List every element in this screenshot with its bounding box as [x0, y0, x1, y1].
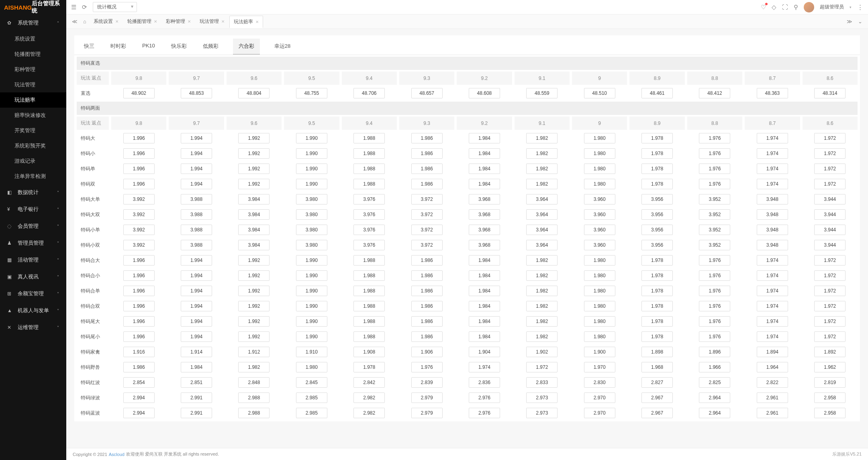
- odds-input[interactable]: [584, 148, 615, 159]
- odds-input[interactable]: [181, 133, 212, 143]
- odds-input[interactable]: [238, 377, 270, 388]
- sidebar-group[interactable]: ▣真人视讯˅: [0, 268, 66, 285]
- odds-input[interactable]: [411, 286, 443, 296]
- odds-input[interactable]: [469, 179, 500, 189]
- sidebar-item[interactable]: 开奖管理: [0, 123, 66, 138]
- odds-input[interactable]: [123, 209, 155, 220]
- odds-input[interactable]: [584, 88, 615, 98]
- odds-input[interactable]: [814, 393, 846, 403]
- home-icon[interactable]: ⌂: [81, 18, 89, 25]
- odds-input[interactable]: [814, 133, 846, 143]
- odds-input[interactable]: [757, 164, 788, 174]
- close-icon[interactable]: ✕: [188, 19, 191, 24]
- odds-input[interactable]: [526, 240, 558, 250]
- odds-input[interactable]: [238, 133, 270, 143]
- odds-input[interactable]: [526, 316, 558, 327]
- odds-input[interactable]: [814, 362, 846, 372]
- odds-input[interactable]: [411, 408, 443, 418]
- sidebar-item[interactable]: 玩法管理: [0, 77, 66, 92]
- odds-input[interactable]: [641, 347, 673, 357]
- footer-link[interactable]: Ascloud: [109, 452, 125, 457]
- odds-input[interactable]: [123, 393, 155, 403]
- odds-input[interactable]: [296, 225, 327, 235]
- odds-input[interactable]: [469, 225, 500, 235]
- odds-input[interactable]: [526, 331, 558, 342]
- sidebar-group[interactable]: ◌会员管理˅: [0, 218, 66, 235]
- odds-input[interactable]: [757, 225, 788, 235]
- odds-input[interactable]: [699, 194, 730, 204]
- inner-tab[interactable]: 快三: [82, 39, 96, 55]
- odds-input[interactable]: [641, 362, 673, 372]
- odds-input[interactable]: [238, 148, 270, 159]
- tag-icon[interactable]: ◇: [772, 4, 776, 11]
- odds-input[interactable]: [584, 301, 615, 311]
- odds-input[interactable]: [641, 408, 673, 418]
- odds-input[interactable]: [469, 240, 500, 250]
- sidebar-group[interactable]: ⊞余额宝管理˅: [0, 285, 66, 302]
- odds-input[interactable]: [296, 270, 327, 281]
- odds-input[interactable]: [641, 240, 673, 250]
- odds-input[interactable]: [411, 209, 443, 220]
- odds-input[interactable]: [469, 316, 500, 327]
- odds-input[interactable]: [353, 209, 385, 220]
- odds-input[interactable]: [757, 362, 788, 372]
- odds-input[interactable]: [296, 408, 327, 418]
- odds-input[interactable]: [353, 408, 385, 418]
- sidebar-item[interactable]: 系统设置: [0, 31, 66, 47]
- odds-input[interactable]: [526, 179, 558, 189]
- odds-input[interactable]: [641, 255, 673, 266]
- odds-input[interactable]: [181, 88, 212, 98]
- odds-input[interactable]: [814, 225, 846, 235]
- odds-input[interactable]: [699, 316, 730, 327]
- odds-input[interactable]: [296, 164, 327, 174]
- odds-input[interactable]: [238, 347, 270, 357]
- odds-input[interactable]: [641, 331, 673, 342]
- odds-input[interactable]: [238, 179, 270, 189]
- odds-input[interactable]: [584, 347, 615, 357]
- odds-input[interactable]: [699, 377, 730, 388]
- odds-input[interactable]: [353, 316, 385, 327]
- page-tab[interactable]: 彩种管理✕: [162, 15, 195, 28]
- odds-input[interactable]: [411, 225, 443, 235]
- odds-input[interactable]: [814, 377, 846, 388]
- close-icon[interactable]: ✕: [221, 19, 225, 24]
- odds-input[interactable]: [353, 88, 385, 98]
- odds-input[interactable]: [814, 88, 846, 98]
- odds-input[interactable]: [469, 255, 500, 266]
- sidebar-group[interactable]: ✕运维管理˅: [0, 319, 66, 336]
- odds-input[interactable]: [526, 377, 558, 388]
- odds-input[interactable]: [699, 148, 730, 159]
- user-caret-icon[interactable]: ▾: [850, 5, 852, 9]
- sidebar-group[interactable]: ▦活动管理˅: [0, 251, 66, 268]
- odds-input[interactable]: [411, 331, 443, 342]
- odds-input[interactable]: [584, 194, 615, 204]
- odds-input[interactable]: [814, 347, 846, 357]
- odds-input[interactable]: [411, 301, 443, 311]
- odds-input[interactable]: [353, 225, 385, 235]
- odds-input[interactable]: [238, 240, 270, 250]
- odds-input[interactable]: [469, 331, 500, 342]
- odds-input[interactable]: [296, 240, 327, 250]
- odds-input[interactable]: [181, 194, 212, 204]
- odds-input[interactable]: [181, 164, 212, 174]
- odds-input[interactable]: [584, 164, 615, 174]
- odds-input[interactable]: [353, 270, 385, 281]
- odds-input[interactable]: [757, 194, 788, 204]
- inner-tab[interactable]: 低频彩: [201, 39, 220, 55]
- bell-icon[interactable]: ♡: [761, 4, 766, 11]
- odds-input[interactable]: [641, 225, 673, 235]
- odds-input[interactable]: [353, 286, 385, 296]
- odds-input[interactable]: [526, 393, 558, 403]
- odds-input[interactable]: [814, 209, 846, 220]
- odds-input[interactable]: [411, 88, 443, 98]
- odds-input[interactable]: [469, 270, 500, 281]
- odds-input[interactable]: [469, 408, 500, 418]
- odds-input[interactable]: [699, 286, 730, 296]
- odds-input[interactable]: [123, 347, 155, 357]
- odds-input[interactable]: [641, 270, 673, 281]
- odds-input[interactable]: [123, 148, 155, 159]
- odds-input[interactable]: [411, 179, 443, 189]
- odds-input[interactable]: [411, 316, 443, 327]
- odds-input[interactable]: [757, 393, 788, 403]
- odds-input[interactable]: [699, 240, 730, 250]
